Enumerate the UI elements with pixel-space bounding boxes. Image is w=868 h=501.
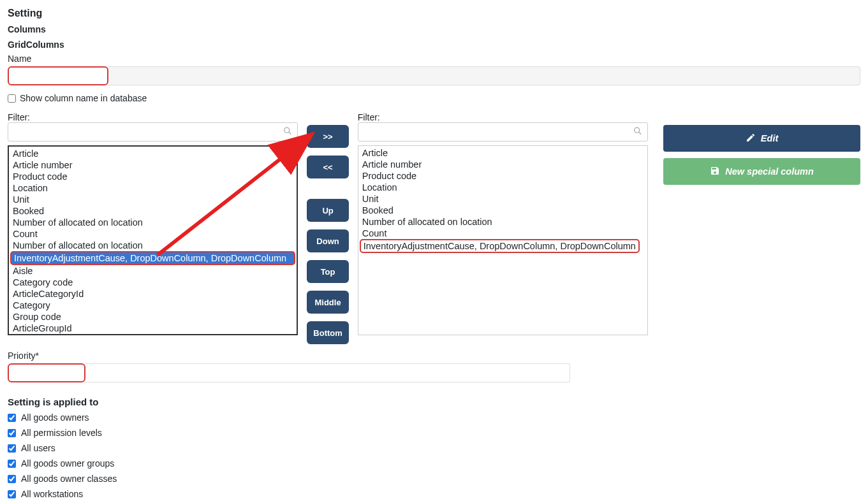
svg-line-3 — [639, 133, 641, 134]
applied-label: All permission levels — [21, 428, 102, 438]
list-item[interactable]: Count — [9, 228, 297, 240]
edit-button[interactable]: Edit — [663, 125, 860, 152]
save-icon — [710, 166, 720, 178]
applied-label: All workstations — [21, 489, 83, 499]
svg-point-0 — [284, 127, 290, 133]
filter-right-label: Filter: — [358, 112, 648, 122]
list-item[interactable]: Category code — [9, 277, 297, 288]
list-item[interactable]: Aisle — [9, 265, 297, 277]
list-item[interactable]: Article number — [9, 159, 297, 171]
pencil-icon — [746, 133, 756, 145]
list-item[interactable]: InventoryAdjustmentCause, DropDownColumn… — [10, 251, 295, 265]
move-right-button[interactable]: >> — [307, 125, 348, 148]
bottom-button[interactable]: Bottom — [307, 321, 348, 344]
page-heading: Setting — [8, 8, 860, 19]
filter-left-label: Filter: — [8, 112, 298, 122]
applied-label: All goods owner classes — [21, 474, 117, 484]
filter-right-input[interactable] — [358, 122, 648, 142]
list-item[interactable]: Group code — [9, 311, 297, 323]
available-columns-listbox[interactable]: ArticleArticle numberProduct codeLocatio… — [8, 145, 298, 335]
edit-button-label: Edit — [761, 133, 778, 143]
middle-button[interactable]: Middle — [307, 291, 348, 314]
search-icon — [283, 126, 293, 138]
list-item[interactable]: Article — [358, 147, 647, 159]
applied-checkbox[interactable] — [8, 444, 16, 453]
priority-input[interactable] — [8, 363, 85, 382]
list-item[interactable]: ArticleGroupId — [9, 323, 297, 334]
list-item[interactable]: Number of allocated on location — [358, 216, 647, 228]
list-item[interactable]: Booked — [358, 205, 647, 216]
applied-label: All goods owners — [21, 412, 89, 423]
list-item[interactable]: Unit — [358, 193, 647, 205]
applied-heading: Setting is applied to — [8, 396, 860, 407]
name-input-extension — [108, 66, 860, 85]
priority-input-extension — [85, 363, 570, 382]
svg-point-2 — [635, 127, 640, 133]
applied-checkbox[interactable] — [8, 475, 16, 483]
new-special-column-button[interactable]: New special column — [663, 158, 860, 185]
columns-subheading: Columns — [8, 24, 860, 34]
gridcolumns-subheading: GridColumns — [8, 40, 860, 50]
svg-line-1 — [289, 133, 291, 134]
list-item[interactable]: Count — [358, 228, 647, 239]
applied-checkbox[interactable] — [8, 490, 16, 498]
list-item[interactable]: Number of allocated on location — [9, 240, 297, 251]
filter-left-input[interactable] — [8, 122, 298, 142]
selected-columns-listbox[interactable]: ArticleArticle numberProduct codeLocatio… — [358, 145, 648, 335]
applied-label: All users — [21, 443, 55, 453]
list-item[interactable]: Booked — [9, 205, 297, 217]
search-icon — [633, 126, 643, 138]
list-item[interactable]: Unit — [9, 194, 297, 205]
name-label: Name — [8, 54, 860, 64]
down-button[interactable]: Down — [307, 229, 348, 252]
up-button[interactable]: Up — [307, 199, 348, 222]
new-special-column-label: New special column — [725, 166, 814, 177]
list-item[interactable]: Location — [358, 182, 647, 193]
list-item[interactable]: InventoryAdjustmentCause, DropDownColumn… — [360, 239, 640, 253]
list-item[interactable]: Category — [9, 300, 297, 311]
top-button[interactable]: Top — [307, 260, 348, 283]
list-item[interactable]: Location — [9, 182, 297, 194]
list-item[interactable]: ArticleCategoryId — [9, 288, 297, 300]
show-db-label[interactable]: Show column name in database — [20, 93, 147, 103]
name-input[interactable] — [8, 66, 108, 85]
applied-label: All goods owner groups — [21, 458, 114, 468]
move-left-button[interactable]: << — [307, 156, 348, 178]
list-item[interactable]: Number of allocated on location — [9, 217, 297, 228]
list-item[interactable]: Article number — [358, 159, 647, 170]
priority-label: Priority* — [8, 351, 860, 361]
applied-checkbox[interactable] — [8, 429, 16, 437]
applied-checkbox[interactable] — [8, 414, 16, 422]
list-item[interactable]: Product code — [9, 171, 297, 182]
list-item[interactable]: Product code — [358, 170, 647, 182]
show-db-checkbox[interactable] — [8, 94, 16, 103]
applied-checkbox[interactable] — [8, 460, 16, 468]
list-item[interactable]: Article — [9, 148, 297, 159]
